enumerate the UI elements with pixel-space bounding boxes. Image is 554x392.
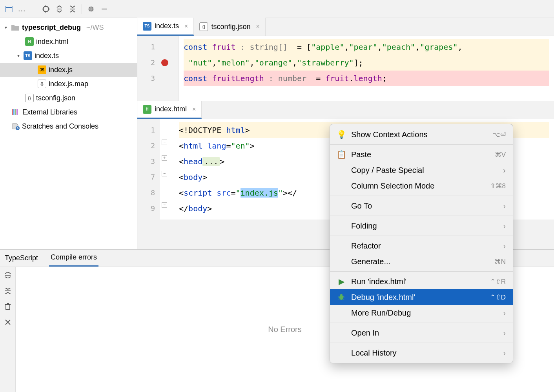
line-number: 2 — [137, 138, 155, 154]
line-number-breakpoint[interactable]: 2 — [137, 55, 155, 71]
run-icon: ▶ — [337, 277, 346, 286]
toolbar-dots[interactable]: ... — [16, 4, 27, 13]
ts-file-icon: TS — [24, 51, 32, 60]
shortcut: ⌘V — [495, 151, 506, 159]
target-icon[interactable] — [40, 3, 52, 15]
tree-external-libraries[interactable]: External Libraries — [0, 105, 137, 119]
menu-run[interactable]: ▶Run 'index.html' ⌃⇧R — [330, 274, 513, 289]
menu-refactor[interactable]: Refactor › — [330, 238, 513, 254]
menu-folding[interactable]: Folding › — [330, 218, 513, 234]
select-opened-file-icon[interactable] — [3, 3, 15, 15]
bottom-tab-compile-errors[interactable]: Compile errors — [49, 249, 98, 267]
html-file-icon: H — [25, 37, 34, 46]
selected-text: index.js — [241, 188, 278, 198]
chevron-right-icon: › — [503, 348, 506, 358]
menu-local-history[interactable]: Local History › — [330, 345, 513, 361]
menu-go-to[interactable]: Go To › — [330, 198, 513, 214]
editor-tabbar-top: TS index.ts × {} tsconfig.json × — [137, 18, 554, 36]
scratches-icon — [12, 123, 20, 130]
bulb-icon: 💡 — [337, 130, 346, 139]
expand-all-icon[interactable] — [53, 3, 65, 15]
menu-debug[interactable]: Debug 'index.html' ⌃⇧D — [330, 289, 513, 305]
chevron-down-icon[interactable]: ▾ — [16, 53, 21, 58]
trash-icon[interactable] — [4, 302, 12, 311]
bottom-tab-typescript[interactable]: TypeScript — [3, 249, 40, 267]
menu-column-selection[interactable]: Column Selection Mode ⇧⌘8 — [330, 178, 513, 194]
tab-index-html[interactable]: H index.html × — [137, 101, 202, 119]
shortcut: ⇧⌘8 — [490, 182, 506, 190]
menu-show-context-actions[interactable]: 💡Show Context Actions ⌥⏎ — [330, 127, 513, 142]
folded-region[interactable]: ... — [202, 157, 220, 166]
tab-label: tsconfig.json — [211, 23, 250, 31]
chevron-down-icon[interactable]: ▾ — [3, 25, 9, 30]
tree-item-label: index.ts — [35, 52, 59, 60]
svg-rect-1 — [6, 7, 12, 8]
close-icon[interactable]: × — [192, 106, 196, 113]
editor-pane-ts: TS index.ts × {} tsconfig.json × 1 2 3 c… — [137, 18, 554, 101]
menu-generate[interactable]: Generate... ⌘N — [330, 254, 513, 269]
tree-scratches[interactable]: Scratches and Consoles — [0, 119, 137, 133]
minimize-icon[interactable] — [98, 3, 110, 15]
close-icon[interactable]: × — [256, 23, 259, 30]
fold-minus-icon[interactable]: − — [162, 202, 167, 208]
bug-icon — [337, 293, 346, 301]
fold-plus-icon[interactable]: + — [162, 155, 167, 161]
chevron-right-icon: › — [503, 328, 506, 338]
tab-tsconfig[interactable]: {} tsconfig.json × — [194, 18, 265, 36]
tree-item-tsconfig[interactable]: {} tsconfig.json — [0, 91, 137, 105]
tree-item-index-ts[interactable]: ▾ TS index.ts — [0, 49, 137, 63]
menu-paste[interactable]: 📋Paste ⌘V — [330, 147, 513, 162]
line-gutter[interactable]: 1 2 3 — [137, 36, 160, 105]
tab-label: index.ts — [155, 22, 179, 30]
expand-icon[interactable] — [4, 271, 12, 279]
chevron-right-icon: › — [503, 166, 506, 175]
tree-root-path: ~/WS — [86, 24, 104, 32]
collapse-icon[interactable] — [4, 287, 12, 295]
no-errors-label: No Errors — [268, 325, 302, 334]
line-number: 3 — [137, 71, 155, 86]
tree-item-label: index.js.map — [49, 80, 88, 88]
svg-rect-0 — [5, 6, 13, 12]
fold-minus-icon[interactable]: − — [162, 140, 167, 145]
menu-separator — [330, 216, 513, 216]
toolbar-separator — [82, 4, 82, 14]
code-content-ts[interactable]: const fruit : string[] = ["apple","pear"… — [179, 36, 554, 105]
libraries-icon — [12, 109, 18, 115]
close-icon[interactable]: × — [184, 23, 188, 30]
chevron-right-icon: › — [503, 241, 506, 250]
svg-point-11 — [340, 294, 343, 296]
menu-open-in[interactable]: Open In › — [330, 325, 513, 341]
ts-file-icon: TS — [143, 22, 151, 31]
menu-separator — [330, 144, 513, 145]
bottom-tool-strip — [0, 267, 16, 392]
tree-item-label: External Libraries — [22, 108, 77, 116]
shortcut: ⌃⇧R — [490, 278, 506, 286]
editor-tabbar-bottom: H index.html × — [137, 101, 554, 119]
tree-item-label: index.html — [36, 38, 68, 46]
tree-item-index-html[interactable]: H index.html — [0, 34, 137, 49]
breakpoint-gutter[interactable] — [160, 36, 179, 105]
menu-copy-paste-special[interactable]: Copy / Paste Special › — [330, 162, 513, 178]
settings-icon[interactable] — [85, 3, 97, 15]
collapse-all-icon[interactable] — [67, 3, 78, 15]
tree-root[interactable]: ▾ typescript_debug ~/WS — [0, 20, 137, 34]
top-toolbar: ... — [0, 0, 554, 18]
tab-index-ts[interactable]: TS index.ts × — [137, 18, 194, 36]
fold-minus-icon[interactable]: − — [162, 171, 167, 176]
line-number: 3 — [137, 154, 155, 169]
tree-item-index-js[interactable]: JS index.js — [0, 63, 137, 77]
line-gutter[interactable]: 1 2 3 7 8 9 — [137, 119, 160, 220]
chevron-right-icon: › — [503, 221, 506, 230]
tree-root-name: typescript_debug — [22, 24, 81, 32]
fold-gutter[interactable]: − + − − — [160, 119, 174, 220]
menu-separator — [330, 236, 513, 236]
line-number: 8 — [137, 185, 155, 201]
tree-item-label: index.js — [49, 66, 73, 74]
svg-point-2 — [43, 6, 49, 12]
code-area-ts[interactable]: 1 2 3 const fruit : string[] = ["apple",… — [137, 36, 554, 105]
chevron-right-icon: › — [503, 201, 506, 211]
menu-more-run-debug[interactable]: More Run/Debug › — [330, 305, 513, 321]
map-file-icon: {} — [38, 80, 46, 88]
tree-item-index-js-map[interactable]: {} index.js.map — [0, 77, 137, 91]
close-panel-icon[interactable] — [4, 318, 12, 327]
